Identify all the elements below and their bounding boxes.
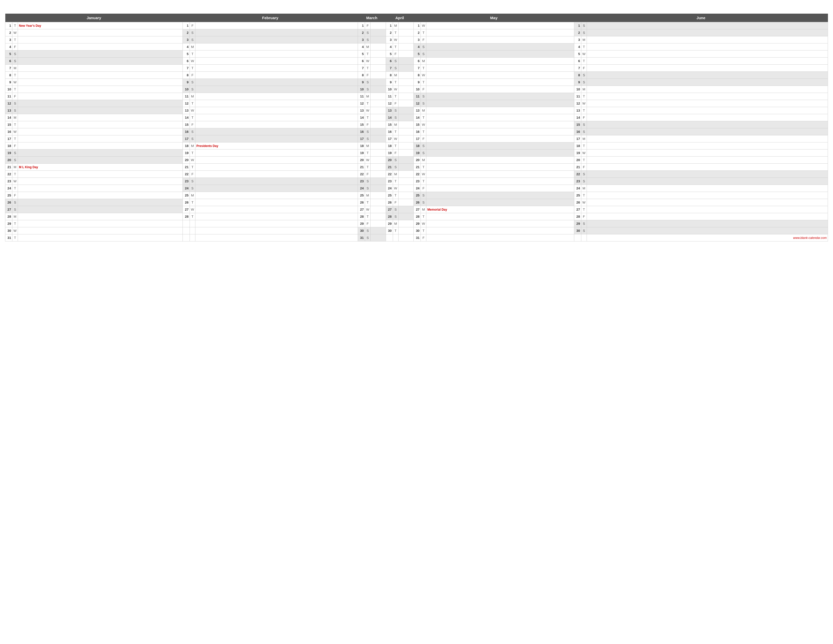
- april-day-num-18: 18: [386, 142, 393, 150]
- january-event-8: [18, 72, 183, 79]
- may-day-num-2: 2: [414, 29, 421, 36]
- june-event-29: [587, 220, 828, 227]
- february-day-num-22: 22: [182, 171, 190, 178]
- january-day-letter-14: M: [12, 114, 18, 121]
- march-day-letter-31: S: [365, 234, 371, 242]
- may-event-22: [426, 171, 574, 178]
- june-event-16: [587, 128, 828, 135]
- february-day-letter-20: W: [190, 156, 195, 164]
- february-event-13: [195, 107, 358, 114]
- june-event-21: [587, 164, 828, 171]
- april-day-num-26: 26: [386, 199, 393, 206]
- february-day-letter-17: S: [190, 135, 195, 142]
- february-day-num-16: 16: [182, 128, 190, 135]
- june-day-letter-30: S: [581, 227, 587, 234]
- january-day-num-4: 4: [5, 43, 12, 50]
- march-day-num-11: 11: [358, 93, 365, 100]
- april-day-letter-17: W: [393, 135, 398, 142]
- january-day-letter-3: T: [12, 36, 18, 43]
- march-day-num-4: 4: [358, 43, 365, 50]
- january-day-num-18: 18: [5, 142, 12, 150]
- may-event-9: [426, 79, 574, 86]
- march-day-num-25: 25: [358, 192, 365, 199]
- january-day-num-17: 17: [5, 135, 12, 142]
- may-day-num-29: 29: [414, 220, 421, 227]
- february-day-num-8: 8: [182, 72, 190, 79]
- january-event-3: [18, 36, 183, 43]
- march-day-letter-5: T: [365, 50, 371, 58]
- june-day-letter-4: T: [581, 43, 587, 50]
- january-day-letter-9: W: [12, 79, 18, 86]
- february-event-22: [195, 171, 358, 178]
- february-event-6: [195, 58, 358, 64]
- january-day-num-1: 1: [5, 22, 12, 29]
- june-event-11: [587, 93, 828, 100]
- january-day-letter-21: M: [12, 164, 18, 171]
- march-event-8: [371, 72, 386, 79]
- february-day-letter-16: S: [190, 128, 195, 135]
- may-day-letter-14: T: [421, 114, 426, 121]
- january-day-num-12: 12: [5, 100, 12, 107]
- april-event-5: [398, 50, 414, 58]
- june-day-num-27: 27: [574, 206, 581, 213]
- january-day-num-10: 10: [5, 86, 12, 93]
- march-day-letter-28: T: [365, 213, 371, 220]
- february-day-letter-27: W: [190, 206, 195, 213]
- april-day-letter-29: M: [393, 220, 398, 227]
- february-day-letter-4: M: [190, 43, 195, 50]
- april-day-letter-8: M: [393, 72, 398, 79]
- march-day-letter-27: W: [365, 206, 371, 213]
- header-may: May: [414, 14, 574, 22]
- june-day-num-12: 12: [574, 100, 581, 107]
- january-day-num-3: 3: [5, 36, 12, 43]
- june-event-18: [587, 142, 828, 150]
- february-event-9: [195, 79, 358, 86]
- january-day-num-9: 9: [5, 79, 12, 86]
- june-day-letter-13: T: [581, 107, 587, 114]
- march-day-num-22: 22: [358, 171, 365, 178]
- january-day-letter-7: M: [12, 64, 18, 72]
- june-day-num-7: 7: [574, 64, 581, 72]
- may-day-num-4: 4: [414, 43, 421, 50]
- april-event-25: [398, 192, 414, 199]
- march-event-20: [371, 156, 386, 164]
- february-event-8: [195, 72, 358, 79]
- april-event-12: [398, 100, 414, 107]
- june-day-num-22: 22: [574, 171, 581, 178]
- june-day-letter-11: T: [581, 93, 587, 100]
- may-event-11: [426, 93, 574, 100]
- february-day-num-31: [182, 234, 190, 242]
- may-day-num-12: 12: [414, 100, 421, 107]
- march-event-13: [371, 107, 386, 114]
- footer-link[interactable]: www.blank-calendar.com: [587, 234, 828, 242]
- january-day-num-14: 14: [5, 114, 12, 121]
- january-day-num-29: 29: [5, 220, 12, 227]
- february-day-letter-15: F: [190, 121, 195, 128]
- april-day-num-12: 12: [386, 100, 393, 107]
- january-event-2: [18, 29, 183, 36]
- march-day-num-13: 13: [358, 107, 365, 114]
- march-day-letter-24: S: [365, 185, 371, 192]
- june-event-20: [587, 156, 828, 164]
- april-day-num-10: 10: [386, 86, 393, 93]
- january-day-letter-6: S: [12, 58, 18, 64]
- june-day-letter-14: F: [581, 114, 587, 121]
- june-day-letter-25: T: [581, 192, 587, 199]
- february-event-17: [195, 135, 358, 142]
- june-day-letter-12: W: [581, 100, 587, 107]
- january-day-num-31: 31: [5, 234, 12, 242]
- june-day-letter-8: S: [581, 72, 587, 79]
- february-day-num-4: 4: [182, 43, 190, 50]
- april-day-num-17: 17: [386, 135, 393, 142]
- february-day-num-28: 28: [182, 213, 190, 220]
- march-day-letter-26: T: [365, 199, 371, 206]
- june-day-num-18: 18: [574, 142, 581, 150]
- may-day-num-20: 20: [414, 156, 421, 164]
- february-day-num-10: 10: [182, 86, 190, 93]
- june-day-num-10: 10: [574, 86, 581, 93]
- may-event-3: [426, 36, 574, 43]
- march-day-letter-4: M: [365, 43, 371, 50]
- april-event-15: [398, 121, 414, 128]
- march-day-num-8: 8: [358, 72, 365, 79]
- february-day-letter-31: [190, 234, 195, 242]
